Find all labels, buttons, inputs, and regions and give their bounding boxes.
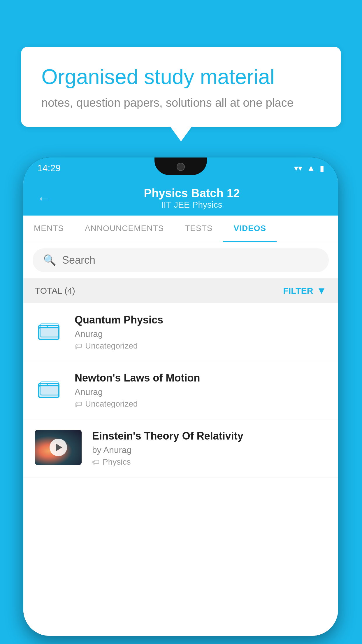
video-thumbnail <box>35 430 82 465</box>
folder-icon <box>35 316 64 345</box>
speech-bubble-subtitle: notes, question papers, solutions all at… <box>41 96 321 109</box>
filter-label: FILTER <box>283 286 313 296</box>
list-item[interactable]: Quantum Physics Anurag 🏷 Uncategorized <box>23 303 338 361</box>
wifi-icon: ▾▾ <box>294 163 302 173</box>
search-input[interactable] <box>62 254 318 266</box>
video-title: Quantum Physics <box>75 314 326 326</box>
video-info: Quantum Physics Anurag 🏷 Uncategorized <box>75 314 326 351</box>
tag-label: Physics <box>103 457 131 467</box>
header-title-block: Physics Batch 12 IIT JEE Physics <box>59 187 324 210</box>
video-title: Einstein's Theory Of Relativity <box>92 430 326 442</box>
folder-icon <box>35 374 64 403</box>
phone-screen: ← Physics Batch 12 IIT JEE Physics MENTS… <box>23 178 338 636</box>
tag-label: Uncategorized <box>85 399 138 409</box>
battery-icon: ▮ <box>320 163 324 173</box>
list-item[interactable]: Einstein's Theory Of Relativity by Anura… <box>23 419 338 477</box>
phone-frame: 14:29 ▾▾ ▲ ▮ ← Physics Batch 12 IIT JEE … <box>23 158 338 636</box>
svg-rect-4 <box>39 386 59 397</box>
tag-icon: 🏷 <box>75 342 82 351</box>
header-title: Physics Batch 12 <box>59 187 324 200</box>
search-icon: 🔍 <box>43 254 56 266</box>
play-triangle-icon <box>56 443 62 452</box>
app-header: ← Physics Batch 12 IIT JEE Physics <box>23 178 338 216</box>
tag-icon: 🏷 <box>75 400 82 409</box>
tag-icon: 🏷 <box>92 458 100 467</box>
tab-videos[interactable]: VIDEOS <box>223 216 277 242</box>
video-tag: 🏷 Physics <box>92 457 326 467</box>
video-tag: 🏷 Uncategorized <box>75 341 326 351</box>
speech-bubble-title: Organised study material <box>41 64 321 89</box>
video-list: Quantum Physics Anurag 🏷 Uncategorized <box>23 303 338 636</box>
video-author: by Anurag <box>92 445 326 455</box>
svg-rect-1 <box>39 328 59 339</box>
tab-tests[interactable]: TESTS <box>174 216 223 242</box>
status-time: 14:29 <box>37 163 61 174</box>
status-bar: 14:29 ▾▾ ▲ ▮ <box>23 158 338 178</box>
tab-ments[interactable]: MENTS <box>23 216 74 242</box>
camera-notch <box>177 163 185 171</box>
video-tag: 🏷 Uncategorized <box>75 399 326 409</box>
tabs-bar: MENTS ANNOUNCEMENTS TESTS VIDEOS <box>23 216 338 242</box>
thumbnail-image <box>35 430 82 465</box>
speech-bubble-card: Organised study material notes, question… <box>21 47 341 127</box>
header-subtitle: IIT JEE Physics <box>59 200 324 210</box>
list-item[interactable]: Newton's Laws of Motion Anurag 🏷 Uncateg… <box>23 361 338 419</box>
search-bar[interactable]: 🔍 <box>33 248 329 272</box>
filter-bar: TOTAL (4) FILTER ▼ <box>23 278 338 303</box>
back-button[interactable]: ← <box>37 191 50 206</box>
total-label: TOTAL (4) <box>35 286 75 296</box>
search-container: 🔍 <box>23 242 338 278</box>
tag-label: Uncategorized <box>85 341 138 351</box>
signal-icon: ▲ <box>307 163 315 173</box>
video-title: Newton's Laws of Motion <box>75 372 326 384</box>
status-icons: ▾▾ ▲ ▮ <box>294 163 324 173</box>
video-author: Anurag <box>75 387 326 397</box>
video-author: Anurag <box>75 329 326 339</box>
video-info: Einstein's Theory Of Relativity by Anura… <box>92 430 326 467</box>
play-button[interactable] <box>50 439 67 456</box>
filter-icon: ▼ <box>317 285 326 296</box>
video-info: Newton's Laws of Motion Anurag 🏷 Uncateg… <box>75 372 326 409</box>
filter-button[interactable]: FILTER ▼ <box>283 285 326 296</box>
tab-announcements[interactable]: ANNOUNCEMENTS <box>74 216 174 242</box>
